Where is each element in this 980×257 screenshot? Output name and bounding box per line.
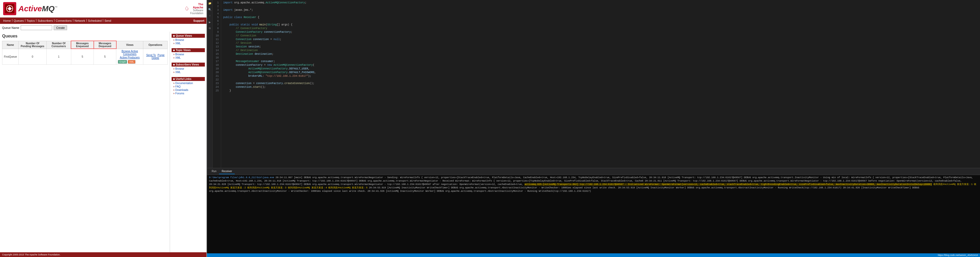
amq-main-area: Queues Name Number Of Pending Messages N…	[0, 32, 207, 252]
subscribers-links: Browse XML	[172, 67, 205, 75]
amq-navbar: Home | Queues | Topics | Subscribers | C…	[0, 17, 207, 24]
code-content[interactable]: import org.apache.activemq.ActiveMQConne…	[221, 0, 980, 168]
section-dot	[173, 64, 175, 65]
terminal-tabs: Run Receiver	[207, 168, 980, 175]
nav-queues[interactable]: Queues	[13, 19, 25, 23]
extensions-icon[interactable]: ⧉	[208, 26, 212, 30]
col-operations: Operations	[143, 41, 168, 49]
queue-views-title: Queue Views	[172, 34, 205, 38]
queue-pending-cell: 0	[19, 49, 46, 65]
status-url[interactable]: https://blog.csdn.net/weixin_45452416	[938, 254, 978, 257]
browse-active-consumers-link[interactable]: Browse Active Consumers	[118, 50, 142, 56]
create-button[interactable]: Create	[54, 25, 67, 30]
subscribers-xml-link[interactable]: XML	[173, 70, 203, 74]
support-link[interactable]: Support	[193, 19, 204, 22]
amq-sidebar: Queue Views Browse XML Topic Views Brows…	[170, 32, 207, 252]
topic-views-links: Browse XML	[172, 52, 205, 60]
amq-logo: ActiveMQ™	[3, 2, 57, 15]
queue-name-input[interactable]	[21, 25, 52, 30]
col-consumers: Number Of Consumers	[46, 41, 71, 49]
delete-link[interactable]: Delete	[152, 57, 159, 59]
amq-logo-wordmark: ActiveMQ™	[18, 4, 57, 13]
topic-xml-link[interactable]: XML	[173, 56, 203, 59]
nav-links: Home | Queues | Topics | Subscribers | C…	[2, 19, 112, 23]
active-producers-link[interactable]: Active Producers	[118, 56, 142, 59]
queue-views-cell: Browse Active Consumers Active Producers…	[116, 49, 143, 65]
forums-link[interactable]: Forums	[173, 92, 203, 95]
search-icon[interactable]: 🔍	[208, 7, 212, 11]
useful-links-section: Useful Links Documentation FAQ Downloads…	[172, 77, 205, 96]
topic-views-section: Topic Views Browse XML	[172, 48, 205, 60]
line-numbers: 1234567891011121314151617181920212223242…	[213, 0, 221, 168]
xml-button[interactable]: XML	[128, 60, 135, 63]
faq-link[interactable]: FAQ	[173, 85, 203, 88]
nav-network[interactable]: Network	[73, 19, 86, 23]
queue-search: Queue Name Create	[0, 24, 207, 32]
graph-button[interactable]: Graph	[118, 60, 127, 63]
topic-views-title: Topic Views	[172, 48, 205, 52]
queue-consumers-cell: 1	[46, 49, 71, 65]
useful-links-title: Useful Links	[172, 77, 205, 81]
svg-point-5	[186, 6, 187, 7]
section-dot	[173, 49, 175, 51]
queue-dequeued-cell: 5	[94, 49, 116, 65]
col-dequeued: Messages Dequeued	[94, 41, 116, 49]
section-dot	[173, 35, 175, 36]
activemq-text: ActiveMQ™	[18, 4, 57, 13]
amq-header: ActiveMQ™ The Apache Software Foundation	[0, 0, 207, 17]
queue-views-section: Queue Views Browse XML	[172, 34, 205, 46]
git-icon[interactable]: ⑂	[208, 14, 212, 18]
queue-xml-link[interactable]: XML	[173, 42, 203, 45]
apache-feather: The Apache Software Foundation	[185, 2, 203, 15]
col-enqueued: Messages Enqueued	[71, 41, 94, 49]
queue-browse-link[interactable]: Browse	[173, 38, 203, 42]
explorer-icon[interactable]: 📁	[208, 1, 212, 5]
queue-name-cell: FirstQueue	[2, 49, 19, 65]
apache-text-block: The Apache Software Foundation	[190, 3, 203, 15]
page-title: Queues	[2, 34, 168, 38]
terminal-content[interactable]: D:\Dev\program files\jdk1.8.0_211\bin\ja…	[207, 175, 980, 253]
queue-views-links: Browse XML	[172, 38, 205, 46]
subscribers-section: Subscribers Views Browse XML	[172, 63, 205, 75]
debug-icon[interactable]: ▶	[208, 20, 212, 24]
section-dot	[173, 78, 175, 80]
status-bar: https://blog.csdn.net/weixin_45452416	[207, 253, 980, 257]
receiver-tab[interactable]: Receiver	[219, 169, 234, 174]
downloads-link[interactable]: Downloads	[173, 88, 203, 92]
activemq-icon	[3, 2, 16, 15]
purge-link[interactable]: Purge	[158, 54, 164, 57]
editor-gutter: 📁 🔍 ⑂ ▶ ⧉	[207, 0, 213, 168]
table-row: FirstQueue 0 1 5 5 Browse Active Consume…	[2, 49, 168, 65]
subscribers-title: Subscribers Views	[172, 63, 205, 67]
nav-send[interactable]: Send	[103, 19, 112, 23]
amq-footer: Copyright 2005-2015 The Apache Software …	[0, 252, 207, 257]
run-tab[interactable]: Run	[209, 169, 219, 174]
nav-home[interactable]: Home	[2, 19, 12, 23]
queue-operations-cell: Send To Purge Delete	[143, 49, 168, 65]
code-editor-panel: 📁 🔍 ⑂ ▶ ⧉ 123456789101112131415161718192…	[207, 0, 980, 257]
nav-subscribers[interactable]: Subscribers	[37, 19, 54, 23]
send-to-link[interactable]: Send To	[146, 54, 156, 57]
queues-table: Name Number Of Pending Messages Number O…	[2, 41, 168, 65]
col-pending: Number Of Pending Messages	[19, 41, 46, 49]
col-name: Name	[2, 41, 19, 49]
footer-text: Copyright 2005-2015 The Apache Software …	[2, 253, 60, 256]
topic-browse-link[interactable]: Browse	[173, 53, 203, 56]
activemq-panel: ActiveMQ™ The Apache Software Foundation…	[0, 0, 207, 257]
useful-links-list: Documentation FAQ Downloads Forums	[172, 81, 205, 96]
code-area[interactable]: 📁 🔍 ⑂ ▶ ⧉ 123456789101112131415161718192…	[207, 0, 980, 168]
terminal-panel: Run Receiver D:\Dev\program files\jdk1.8…	[207, 168, 980, 257]
subscribers-browse-link[interactable]: Browse	[173, 67, 203, 70]
nav-connections[interactable]: Connections	[55, 19, 73, 23]
apache-logo: The Apache Software Foundation	[185, 2, 203, 15]
queue-name-label: Queue Name	[2, 26, 19, 29]
queues-content: Queues Name Number Of Pending Messages N…	[0, 32, 170, 252]
nav-topics[interactable]: Topics	[25, 19, 36, 23]
col-views: Views	[116, 41, 143, 49]
documentation-link[interactable]: Documentation	[173, 81, 203, 85]
nav-scheduled[interactable]: Scheduled	[87, 19, 103, 23]
queue-enqueued-cell: 5	[71, 49, 94, 65]
